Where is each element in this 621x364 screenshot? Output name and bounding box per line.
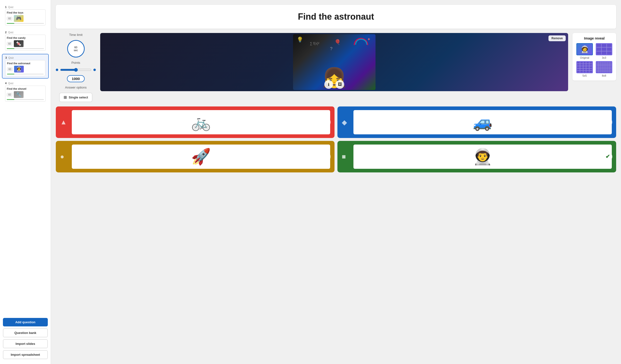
answer-options-label: Answer options [65, 86, 86, 89]
answer-tile-green[interactable]: ■ 👨‍🚀 ✔ [337, 141, 616, 172]
range-dot-left [56, 69, 58, 71]
quiz-progress-4 [7, 99, 44, 100]
quiz-item-header-1: 1 Quiz [5, 6, 46, 8]
tile-shape-red: ▲ [60, 118, 69, 126]
add-question-button[interactable]: Add question [3, 318, 48, 326]
quiz-thumb-1: 🎮 [14, 15, 23, 22]
quiz-item-inner-2: Find the candy 60 🍬 [5, 35, 46, 51]
time-limit-value: 60 [74, 46, 77, 49]
reveal-grid: 🧑‍🚀 Original 3x3 [576, 43, 613, 77]
sidebar-quiz-item-3[interactable]: 3 Quiz Find the astronaut 60 🧑‍🚀 [2, 54, 49, 79]
rocket-icon: 🚀 [191, 148, 211, 166]
left-controls: Time limit 60 sec Points 1000 Answer opt… [56, 33, 96, 102]
quiz-item-title-4: Find the shovel [7, 87, 44, 90]
tile-image-red: 🚲 [72, 110, 330, 134]
import-slides-button[interactable]: Import slides [3, 339, 48, 348]
quiz-item-num-1: 1 [5, 6, 7, 8]
quiz-pts-1: 60 [7, 17, 12, 20]
grid-8x8 [596, 62, 612, 73]
time-limit-badge: 60 sec [67, 40, 85, 57]
range-dot-right [93, 69, 96, 71]
reveal-option-original[interactable]: 🧑‍🚀 Original [576, 43, 593, 59]
main-content: Find the astronaut Time limit 60 sec Poi… [51, 0, 621, 364]
quiz-item-row-2: 60 🍬 [7, 40, 44, 47]
quiz-thumb-3: 🧑‍🚀 [14, 66, 24, 72]
image-reveal-panel: Image reveal 🧑‍🚀 Original [572, 33, 616, 81]
quiz-item-header-3: 3 Quiz [5, 56, 45, 59]
info-button[interactable]: ℹ [324, 80, 333, 89]
reveal-option-5x5[interactable]: 5x5 [576, 61, 593, 77]
quiz-item-type-3: Quiz [8, 56, 14, 59]
sidebar-quiz-item-1[interactable]: 1 Quiz Find the toys 60 🎮 [2, 3, 49, 28]
unselected-circle-red [321, 118, 331, 127]
reveal-label-3x3: 3x3 [602, 56, 606, 59]
question-image-area: 💡 ✦ ∑ f(x)² 👧 🎈 ? ℹ � [100, 33, 568, 91]
sidebar-quiz-item-2[interactable]: 2 Quiz Find the candy 60 🍬 [2, 29, 49, 53]
unselected-circle-blue [603, 118, 612, 127]
image-reveal-title: Image reveal [576, 36, 613, 40]
single-select-icon: ⊞ [64, 95, 67, 100]
reveal-thumb-original: 🧑‍🚀 [576, 43, 593, 55]
tile-select-blue [603, 118, 612, 127]
quiz-items-list: 1 Quiz Find the toys 60 🎮 2 Quiz [0, 2, 51, 105]
correct-check-green: ✔ [603, 152, 612, 161]
grid-3x3 [596, 44, 612, 55]
tile-shape-blue: ◆ [342, 118, 350, 126]
answer-tile-red[interactable]: ▲ 🚲 [56, 106, 334, 138]
deco-star: ✦ [367, 37, 371, 42]
points-label: Points [71, 61, 80, 65]
quiz-item-inner-4: Find the shovel 60 🔧 [5, 86, 46, 102]
astronaut-icon: 👨‍🚀 [473, 148, 492, 166]
single-select-button[interactable]: ⊞ Single select [59, 93, 92, 102]
quiz-progress-2 [7, 48, 44, 49]
import-spreadsheet-button[interactable]: Import spreadsheet [3, 350, 48, 359]
time-limit-label: Time limit [69, 33, 83, 37]
reveal-thumb-8x8 [596, 61, 612, 73]
car-icon: 🚙 [473, 113, 492, 132]
quiz-item-header-2: 2 Quiz [5, 31, 46, 34]
quiz-item-num-2: 2 [5, 31, 7, 34]
points-range-input[interactable] [60, 68, 91, 72]
tile-image-gold: 🚀 [72, 145, 330, 169]
quiz-item-num-3: 3 [5, 56, 7, 59]
reveal-option-3x3[interactable]: 3x3 [595, 43, 613, 59]
question-title-card: Find the astronaut [56, 5, 616, 29]
quiz-thumb-icon-2: 🍬 [16, 41, 21, 46]
answer-tile-blue[interactable]: ◆ 🚙 [337, 106, 616, 138]
tile-shape-gold: ● [60, 153, 69, 161]
quiz-progress-fill-2 [7, 48, 14, 49]
bicycle-icon: 🚲 [191, 113, 211, 132]
tile-shape-green: ■ [342, 153, 350, 161]
question-bank-button[interactable]: Question bank [3, 328, 48, 337]
quiz-item-title-2: Find the candy [7, 36, 44, 39]
quiz-item-title-1: Find the toys [7, 11, 44, 14]
reveal-label-5x5: 5x5 [582, 74, 587, 77]
tile-select-green: ✔ [603, 152, 612, 161]
deco-balloon: 🎈 [334, 39, 341, 45]
quiz-thumb-icon-4: 🔧 [16, 92, 21, 97]
tile-image-blue: 🚙 [353, 110, 612, 134]
deco-question: ? [330, 46, 333, 51]
quiz-item-type-2: Quiz [8, 31, 14, 34]
answer-tile-gold[interactable]: ● 🚀 [56, 141, 334, 172]
quiz-thumb-4: 🔧 [14, 91, 23, 98]
remove-button[interactable]: Remove [549, 35, 566, 41]
deco-math: ∑ f(x)² [310, 41, 319, 45]
tile-select-gold [321, 152, 331, 161]
deco-lightbulb: 💡 [297, 37, 303, 43]
points-badge: 1000 [67, 75, 85, 82]
quiz-progress-fill-1 [7, 23, 14, 24]
quiz-progress-1 [7, 23, 44, 24]
reveal-option-8x8[interactable]: 8x8 [595, 61, 613, 77]
reveal-thumb-3x3 [596, 43, 612, 55]
grid-5x5 [577, 62, 592, 73]
quiz-item-header-4: 4 Quiz [5, 82, 46, 85]
quiz-item-title-3: Find the astronaut [7, 62, 44, 65]
quiz-item-type-4: Quiz [8, 82, 14, 85]
points-range-row [56, 68, 96, 72]
sidebar-buttons: Add question Question bank Import slides… [0, 315, 51, 362]
quiz-progress-fill-3 [7, 74, 14, 74]
image-edit-button[interactable]: 🖼 [335, 80, 344, 89]
sidebar-quiz-item-4[interactable]: 4 Quiz Find the shovel 60 🔧 [2, 80, 49, 104]
quiz-thumb-icon-1: 🎮 [16, 16, 21, 21]
